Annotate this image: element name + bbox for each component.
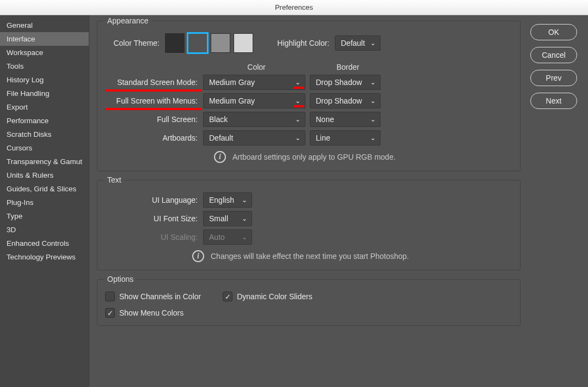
group-legend-options: Options: [104, 275, 137, 283]
dynamic-sliders-label: Dynamic Color Sliders: [237, 292, 312, 301]
ui-scaling-dropdown: Auto ⌄: [203, 229, 252, 245]
highlight-color-label: Highlight Color:: [253, 39, 335, 47]
screen-mode-label: Standard Screen Mode:: [105, 78, 203, 87]
appearance-info-text: Artboard settings only apply to GPU RGB …: [232, 153, 396, 161]
group-appearance: Appearance Color Theme: Highlight Color:…: [97, 21, 520, 171]
window-titlebar: Preferences: [0, 0, 588, 15]
ui-language-value: English: [209, 196, 234, 204]
color-theme-swatches: [165, 33, 253, 53]
ui-scaling-label: UI Scaling:: [105, 233, 203, 241]
sidebar-item-performance[interactable]: Performance: [0, 114, 89, 128]
chevron-down-icon: ⌄: [295, 78, 301, 86]
sidebar-item-3d[interactable]: 3D: [0, 223, 89, 237]
highlight-color-dropdown[interactable]: Default ⌄: [335, 35, 381, 51]
color-theme-swatch-0[interactable]: [165, 33, 185, 53]
main-area: Appearance Color Theme: Highlight Color:…: [89, 15, 588, 387]
dropdown-value: Medium Gray: [209, 96, 255, 105]
chevron-down-icon: ⌄: [370, 39, 376, 47]
highlight-color-value: Default: [341, 39, 365, 47]
sidebar-item-history-log[interactable]: History Log: [0, 73, 89, 87]
col-header-color: Color: [203, 63, 310, 71]
window-body: GeneralInterfaceWorkspaceToolsHistory Lo…: [0, 15, 588, 387]
screen-mode-border-dropdown[interactable]: Drop Shadow⌄: [310, 93, 381, 108]
window-title: Preferences: [275, 3, 313, 11]
sidebar-item-scratch-disks[interactable]: Scratch Disks: [0, 128, 89, 141]
show-menu-colors-label: Show Menu Colors: [119, 309, 183, 317]
color-theme-swatch-1[interactable]: [188, 33, 207, 53]
dynamic-sliders-checkbox-row[interactable]: Dynamic Color Sliders: [223, 292, 312, 301]
column-headers: Color Border: [203, 63, 512, 71]
sidebar-item-workspace[interactable]: Workspace: [0, 46, 89, 59]
dropdown-value: Medium Gray: [209, 78, 255, 87]
dropdown-value: Default: [209, 134, 233, 142]
sidebar-item-guides-grid-slices[interactable]: Guides, Grid & Slices: [0, 182, 89, 196]
annotation-underline: [105, 108, 202, 110]
screen-mode-color-dropdown[interactable]: Black⌄: [203, 112, 305, 127]
sidebar-item-units-rulers[interactable]: Units & Rulers: [0, 168, 89, 182]
ui-language-label: UI Language:: [105, 196, 203, 204]
sidebar-item-plug-ins[interactable]: Plug-Ins: [0, 196, 89, 209]
next-button[interactable]: Next: [530, 93, 577, 109]
chevron-down-icon: ⌄: [295, 134, 301, 142]
sidebar-item-cursors[interactable]: Cursors: [0, 141, 89, 155]
screen-mode-color-dropdown[interactable]: Default⌄: [203, 130, 305, 146]
ok-button[interactable]: OK: [530, 24, 577, 40]
screen-mode-row: Artboards:Default⌄Line⌄: [105, 130, 512, 146]
chevron-down-icon: ⌄: [370, 134, 376, 142]
dropdown-value: Drop Shadow: [316, 78, 362, 87]
group-legend-appearance: Appearance: [104, 16, 152, 25]
sidebar-item-enhanced-controls[interactable]: Enhanced Controls: [0, 237, 89, 250]
chevron-down-icon: ⌄: [295, 97, 301, 105]
group-text: Text UI Language: English ⌄ UI Font Size…: [97, 180, 520, 270]
dropdown-value: Black: [209, 115, 228, 124]
sidebar-item-tools[interactable]: Tools: [0, 59, 89, 73]
info-icon: i: [192, 250, 204, 262]
color-theme-swatch-3[interactable]: [234, 33, 253, 53]
screen-mode-color-dropdown[interactable]: Medium Gray⌄: [203, 75, 305, 90]
chevron-down-icon: ⌄: [295, 116, 301, 123]
chevron-down-icon: ⌄: [370, 116, 376, 123]
show-channels-checkbox-row[interactable]: Show Channels in Color: [105, 292, 201, 301]
screen-mode-border-dropdown[interactable]: Line⌄: [310, 130, 381, 146]
chevron-down-icon: ⌄: [242, 233, 247, 241]
col-header-border: Border: [310, 63, 386, 71]
chevron-down-icon: ⌄: [242, 196, 247, 204]
show-menu-colors-checkbox-row[interactable]: Show Menu Colors: [105, 308, 512, 318]
screen-mode-color-dropdown[interactable]: Medium Gray⌄: [203, 93, 305, 108]
dynamic-sliders-checkbox[interactable]: [223, 292, 232, 301]
sidebar-item-general[interactable]: General: [0, 19, 89, 32]
annotation-underline: [105, 89, 202, 92]
sidebar-item-technology-previews[interactable]: Technology Previews: [0, 250, 89, 264]
buttons-column: OK Cancel Prev Next: [528, 21, 580, 382]
sidebar-item-export[interactable]: Export: [0, 100, 89, 114]
screen-mode-row: Standard Screen Mode:Medium Gray⌄Drop Sh…: [105, 75, 512, 90]
group-legend-text: Text: [104, 176, 125, 184]
dropdown-value: Drop Shadow: [316, 96, 362, 105]
screen-mode-border-dropdown[interactable]: Drop Shadow⌄: [310, 75, 381, 90]
text-info-row: i Changes will take effect the next time…: [192, 250, 512, 262]
ui-font-size-value: Small: [209, 214, 228, 223]
sidebar-item-interface[interactable]: Interface: [0, 32, 89, 46]
sidebar-item-transparency-gamut[interactable]: Transparency & Gamut: [0, 155, 89, 168]
cancel-button[interactable]: Cancel: [530, 47, 577, 63]
group-options: Options Show Channels in Color Dynamic C…: [97, 279, 520, 326]
ui-language-dropdown[interactable]: English ⌄: [203, 192, 252, 208]
text-info-text: Changes will take effect the next time y…: [211, 252, 409, 261]
show-channels-checkbox[interactable]: [105, 292, 115, 301]
show-menu-colors-checkbox[interactable]: [105, 308, 115, 318]
chevron-down-icon: ⌄: [370, 97, 376, 105]
sidebar-item-file-handling[interactable]: File Handling: [0, 87, 89, 100]
ui-scaling-value: Auto: [209, 233, 225, 241]
color-theme-swatch-2[interactable]: [211, 33, 230, 53]
annotation-underline: [293, 105, 304, 107]
screen-mode-border-dropdown[interactable]: None⌄: [310, 112, 381, 127]
screen-mode-label: Full Screen:: [105, 115, 203, 124]
annotation-underline: [293, 87, 304, 89]
screen-mode-row: Full Screen:Black⌄None⌄: [105, 112, 512, 127]
show-channels-label: Show Channels in Color: [119, 292, 201, 301]
ui-font-size-dropdown[interactable]: Small ⌄: [203, 211, 252, 226]
prev-button[interactable]: Prev: [530, 70, 577, 86]
ok-button-label: OK: [548, 28, 559, 37]
panels: Appearance Color Theme: Highlight Color:…: [97, 21, 520, 382]
sidebar-item-type[interactable]: Type: [0, 209, 89, 223]
